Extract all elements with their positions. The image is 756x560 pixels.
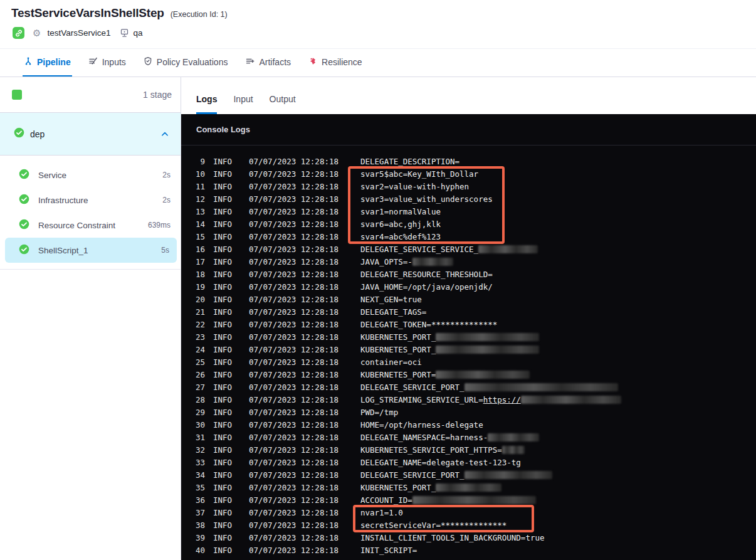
redacted-value <box>488 433 539 441</box>
log-line-number: 18 <box>181 270 205 279</box>
log-message: DELEGATE_SERVICE_PORT_ <box>360 383 618 392</box>
log-message-text: svar5$abc=Key_WIth_Dollar <box>360 169 478 179</box>
log-line-number: 30 <box>181 420 205 430</box>
step-duration: 2s <box>162 171 171 179</box>
tab-resilience[interactable]: Resilience <box>307 49 364 77</box>
service-link-icon <box>13 27 24 39</box>
log-message-text: DELEGATE_NAME=delegate-test-123-tg <box>360 458 521 467</box>
tab-artifacts[interactable]: Artifacts <box>244 49 292 77</box>
log-timestamp: 07/07/2023 12:28:18 <box>249 320 339 329</box>
step-label: Service <box>38 171 66 180</box>
log-level: INFO <box>213 219 232 229</box>
service-name: testVarsService1 <box>47 28 110 38</box>
redacted-value <box>478 245 538 253</box>
log-link[interactable]: https:// <box>483 395 521 404</box>
chevron-up-icon[interactable] <box>160 130 169 139</box>
log-timestamp: 07/07/2023 12:28:18 <box>249 458 339 467</box>
log-line: 33 INFO 07/07/2023 12:28:18 DELEGATE_NAM… <box>181 456 756 468</box>
log-level: INFO <box>213 157 232 166</box>
redacted-value <box>521 396 621 404</box>
log-line-number: 25 <box>181 357 205 367</box>
log-line-number: 22 <box>181 320 205 329</box>
app-header: TestServiceVarsInShellStep (Execution Id… <box>0 0 756 49</box>
log-message: JAVA_HOME=/opt/java/openjdk/ <box>360 282 493 292</box>
log-timestamp: 07/07/2023 12:28:18 <box>249 307 339 317</box>
log-message-text: ACCOUNT_ID= <box>360 495 412 505</box>
log-message-text: INIT_SCRIPT= <box>360 546 417 555</box>
tab-inputs[interactable]: Inputs <box>87 49 127 77</box>
tab-input[interactable]: Input <box>233 94 253 114</box>
log-level: INFO <box>213 307 232 317</box>
success-check-icon <box>19 244 29 257</box>
tab-logs[interactable]: Logs <box>196 94 217 114</box>
tab-resilience-label: Resilience <box>322 57 362 67</box>
log-message-text: DELEGATE_DESCRIPTION= <box>360 157 459 166</box>
log-message-text: svar6=abc,ghj,klk <box>360 219 441 229</box>
log-timestamp: 07/07/2023 12:28:18 <box>249 182 339 191</box>
log-level: INFO <box>213 257 232 267</box>
log-message: JAVA_OPTS=- <box>360 257 453 267</box>
environment-name: qa <box>134 28 143 38</box>
log-message: INIT_SCRIPT= <box>360 546 417 555</box>
log-timestamp: 07/07/2023 12:28:18 <box>249 270 339 279</box>
log-message-text: INSTALL_CLIENT_TOOLS_IN_BACKGROUND=true <box>360 533 545 542</box>
log-line-number: 32 <box>181 445 205 455</box>
log-line-number: 10 <box>181 169 205 179</box>
log-timestamp: 07/07/2023 12:28:18 <box>249 257 339 267</box>
log-line-number: 28 <box>181 395 205 404</box>
title-row: TestServiceVarsInShellStep (Execution Id… <box>11 6 745 20</box>
log-level: INFO <box>213 508 232 517</box>
stage-name: dep <box>30 129 45 139</box>
log-line-number: 14 <box>181 219 205 229</box>
log-message: svar2=value-with-hyphen <box>360 182 469 191</box>
log-timestamp: 07/07/2023 12:28:18 <box>249 520 339 530</box>
step-row[interactable]: Service 2s <box>0 162 178 188</box>
tab-pipeline[interactable]: Pipeline <box>23 49 72 77</box>
log-message-text: KUBERNETES_PORT_ <box>360 483 436 492</box>
log-level: INFO <box>213 445 232 455</box>
step-row[interactable]: Resource Constraint 639ms <box>0 213 178 238</box>
log-level: INFO <box>213 345 232 354</box>
log-timestamp: 07/07/2023 12:28:18 <box>249 194 339 204</box>
log-message-text: svar3=value_with_underscores <box>360 194 493 204</box>
success-check-icon <box>14 127 24 140</box>
tab-policy-evaluations[interactable]: Policy Evaluations <box>142 49 229 77</box>
log-level: INFO <box>213 383 232 392</box>
log-message-text: PWD=/tmp <box>360 408 398 417</box>
main-area: 1 stage dep Service 2s <box>0 77 756 560</box>
log-level: INFO <box>213 420 232 430</box>
console-title: Console Logs <box>196 125 250 134</box>
log-message: DELEGATE_RESOURCE_THRESHOLD= <box>360 270 493 279</box>
log-line: 30 INFO 07/07/2023 12:28:18 HOME=/opt/ha… <box>181 418 756 431</box>
log-line-number: 34 <box>181 470 205 480</box>
log-timestamp: 07/07/2023 12:28:18 <box>249 470 339 480</box>
success-check-icon <box>19 194 29 207</box>
stage-status-square <box>12 90 22 100</box>
log-message-text: svar1=normalValue <box>360 207 441 216</box>
log-message: svar5$abc=Key_WIth_Dollar <box>360 169 478 179</box>
log-timestamp: 07/07/2023 12:28:18 <box>249 332 339 342</box>
tab-policy-evaluations-label: Policy Evaluations <box>157 57 228 67</box>
log-level: INFO <box>213 182 232 191</box>
tab-output[interactable]: Output <box>270 94 296 114</box>
log-message: KUBERNETES_PORT_ <box>360 332 539 342</box>
execution-meta-row: ⚙ testVarsService1 qa <box>13 27 745 39</box>
stage-header-dep[interactable]: dep <box>0 113 181 156</box>
environment-icon <box>120 28 129 38</box>
log-line: 9 INFO 07/07/2023 12:28:18 DELEGATE_DESC… <box>181 155 756 167</box>
log-line-number: 38 <box>181 520 205 530</box>
log-line: 26 INFO 07/07/2023 12:28:18 KUBERNETES_P… <box>181 368 756 381</box>
log-line-number: 26 <box>181 370 205 379</box>
step-list: Service 2s Infrastructure 2s Resource Co <box>0 156 181 270</box>
log-line-number: 21 <box>181 307 205 317</box>
log-line-number: 29 <box>181 408 205 417</box>
log-message: KUBERNETES_SERVICE_PORT_HTTPS= <box>360 445 525 455</box>
log-message-text: DELEGATE_SERVICE_SERVICE_ <box>360 245 478 254</box>
log-timestamp: 07/07/2023 12:28:18 <box>249 395 339 404</box>
step-row[interactable]: ShellScript_1 5s <box>5 238 177 263</box>
tab-pipeline-label: Pipeline <box>37 57 71 67</box>
step-row[interactable]: Infrastructure 2s <box>0 188 178 213</box>
gear-icon: ⚙ <box>33 28 41 38</box>
log-message-text: HOME=/opt/harness-delegate <box>360 420 483 430</box>
log-timestamp: 07/07/2023 12:28:18 <box>249 169 339 179</box>
